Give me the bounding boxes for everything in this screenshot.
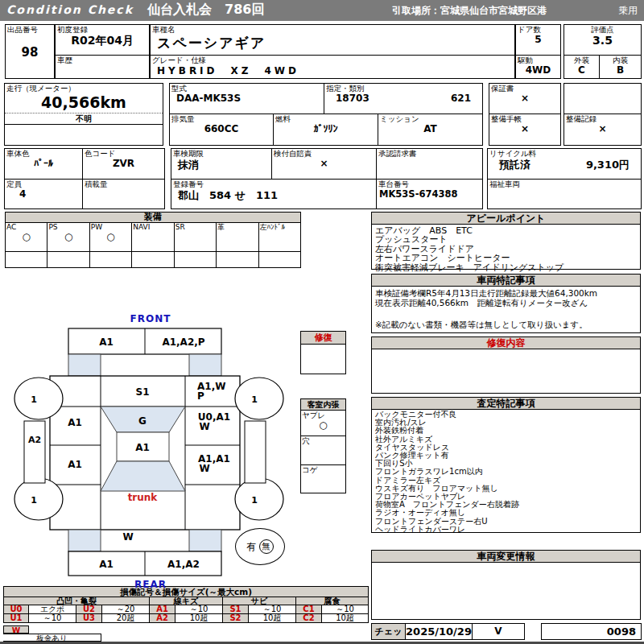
repair-flag-title: 修復 [301, 332, 345, 345]
rear-corner-right [189, 530, 221, 551]
rear-corner-left [68, 530, 101, 551]
field-lot-number-value: 98 [6, 45, 54, 60]
cabin-burn-label: コゲ [301, 465, 345, 474]
equipment-ps-label: PS [47, 223, 89, 231]
equipment-empty-cell [90, 251, 132, 267]
equipment-navi-label: NAVI [132, 223, 173, 231]
equipment-cell-pw: PW○ [90, 223, 132, 251]
panel-rear-bumper-right: A1,A2 [167, 559, 200, 570]
panel-front-bumper-left: A1 [99, 336, 114, 348]
check-label: チェック [371, 623, 406, 640]
panel-right-rear-door-line2: W [199, 463, 209, 474]
field-drive-value: 4WD [516, 64, 560, 76]
field-insurance-value: × [272, 158, 376, 169]
field-welfare-vehicle-label: 福祉車両 [488, 180, 641, 188]
legend-code-u3: U3 [76, 614, 102, 623]
repair-detail-title: 修復内容 [372, 337, 640, 349]
field-model-name-label: 車種名 [151, 25, 514, 34]
field-chassis-number-value: MK53S-674388 [377, 188, 482, 200]
legend-code-a2: A2 [150, 614, 175, 623]
equipment-title: 装備 [6, 213, 300, 223]
field-load-label: 積載量 [83, 180, 164, 188]
field-model-code-value: DAA-MK53S [170, 93, 324, 104]
brand-logo: Condition Check [6, 3, 134, 16]
wheel-mark-front-right: 1 [251, 394, 258, 405]
field-recycle-amount: 9,310円 [586, 158, 630, 172]
field-designation: 指定・類別 18703 621 [324, 83, 483, 114]
serial-number: 0098 [541, 623, 642, 640]
equipment-cell-leather: 革 [217, 223, 258, 251]
assessment-notes-title: 査定特記事項 [372, 398, 640, 410]
field-recycle-fee: リサイクル料 預託済 9,310円 [487, 148, 642, 180]
field-transmission-value: AT [378, 123, 482, 134]
record-has-label: 有 [247, 540, 257, 554]
equipment-cell-ac: AC○ [6, 223, 47, 251]
panel-rear-bumper-left: A1 [99, 559, 114, 570]
condition-check-sheet: Condition Check 仙台入札会 786回 引取場所：宮城県仙台市宮城… [0, 0, 644, 644]
field-interior-grade: 内装 B [599, 55, 642, 79]
equipment-table: 装備 AC○ PS○ PW○ NAVI SR 革 左ﾊﾝﾄﾞﾙ [5, 212, 301, 268]
field-maintenance-record: 整備記録 × [564, 114, 642, 146]
cabin-tear-label: ヤブレ [301, 411, 345, 419]
field-inspection-value: 抹消 [171, 158, 271, 172]
field-first-registration-value: R02年04月 [56, 34, 149, 48]
field-first-registration-label: 初度登録 [56, 25, 149, 34]
equipment-ac-label: AC [6, 223, 47, 231]
field-inspection-label: 車検期限 [171, 149, 271, 158]
vehicle-notes-section: 車両特記事項 車検証備考欄R5年4月13日走行距離記録最大値64,300km 現… [371, 274, 641, 333]
panel-hood: S1 [136, 386, 150, 398]
field-drive-label: 駆動 [516, 56, 560, 64]
field-model-code: 型式 DAA-MK53S [169, 83, 324, 114]
repair-detail-section: 修復内容 [371, 336, 641, 394]
header-bar: Condition Check 仙台入札会 786回 引取場所：宮城県仙台市宮城… [0, 0, 644, 21]
field-color-code: 色コード ZVR [82, 148, 165, 180]
field-displacement-label: 排気量 [170, 114, 273, 123]
vehicle-notes-disclaimer: ※記載のない書類・機器等は無しとして取り扱います。 [375, 320, 588, 331]
equipment-empty-cell [175, 251, 217, 267]
field-displacement-value: 660CC [170, 123, 273, 134]
field-maintenance-book-value: × [489, 123, 560, 134]
vehicle-notes-title: 車両特記事項 [372, 275, 640, 287]
left-side-panel [24, 421, 45, 483]
field-displacement: 排気量 660CC [169, 114, 274, 146]
field-inspection: 車検期限 抹消 [171, 148, 272, 180]
field-maintenance-record-label: 整備記録 [564, 114, 641, 123]
field-capacity-label: 定員 [5, 180, 82, 188]
wheel-front-left [14, 378, 63, 419]
diagram-front-label: FRONT [130, 313, 171, 324]
equipment-empty-cell [47, 251, 89, 267]
pickup-location: 引取場所：宮城県仙台市宮城野区港 [392, 4, 547, 18]
legend-desc-a2: 10超 [175, 614, 223, 623]
field-blank [564, 83, 642, 114]
change-info-section: 車両変更情報 [371, 550, 641, 620]
panel-front-bumper-right: A1,A2,P [162, 336, 204, 348]
field-model-name: 車種名 スペーシアギア [150, 24, 515, 56]
field-body-color: 車体色 ﾊﾟｰﾙ [4, 148, 83, 180]
equipment-cell-navi: NAVI [132, 223, 174, 251]
legend-desc-u1: ～10 [29, 614, 76, 623]
equipment-lhd-label: 左ﾊﾝﾄﾞﾙ [259, 223, 300, 231]
field-exterior-grade-label: 外装 [564, 56, 599, 64]
field-model-code-label: 型式 [170, 84, 324, 93]
field-grade: グレード・仕様 HYBRID XZ 4WD [150, 55, 515, 79]
field-drive: 駆動 4WD [515, 55, 561, 79]
field-fuel: 燃料 ｶﾞｿﾘﾝ [273, 114, 378, 146]
field-insurance-label: 検付自賠責 [272, 149, 376, 158]
field-capacity-value: 4 [5, 188, 82, 200]
field-recycle-fee-label: リサイクル料 [488, 149, 641, 158]
equipment-ac-value: ○ [6, 231, 47, 242]
field-doors-value: 5 [516, 34, 560, 45]
repair-flag-box: 修復 [300, 331, 346, 374]
field-exterior-grade: 外装 C [564, 55, 600, 79]
cabin-hole-label: 穴 [301, 436, 345, 445]
field-load: 積載量 [82, 179, 165, 209]
panel-right-front-fender-line2: P [197, 390, 204, 402]
equipment-pw-value: ○ [90, 231, 131, 242]
field-transmission: ミッション AT [378, 114, 483, 146]
field-maintenance-book: 整備手帳 × [489, 114, 561, 146]
wheel-rear-left [14, 478, 63, 520]
equipment-value-row: AC○ PS○ PW○ NAVI SR 革 左ﾊﾝﾄﾞﾙ [6, 223, 300, 251]
field-chassis-number: 車台番号 MK53S-674388 [376, 179, 483, 209]
equipment-cell-lhd: 左ﾊﾝﾄﾞﾙ [259, 223, 300, 251]
field-body-color-label: 車体色 [5, 149, 82, 158]
